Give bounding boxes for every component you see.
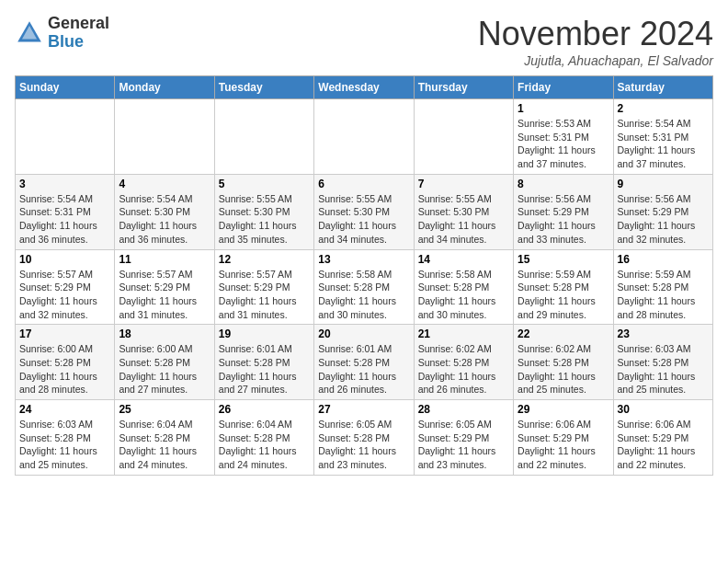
day-info: Sunrise: 6:02 AMSunset: 5:28 PMDaylight:… (518, 342, 609, 396)
day-info: Sunrise: 5:55 AMSunset: 5:30 PMDaylight:… (219, 192, 310, 247)
calendar-week-row: 3Sunrise: 5:54 AMSunset: 5:31 PMDaylight… (16, 174, 713, 249)
day-info: Sunrise: 5:59 AMSunset: 5:28 PMDaylight:… (618, 268, 709, 322)
day-info: Sunrise: 6:05 AMSunset: 5:29 PMDaylight:… (418, 418, 509, 472)
calendar-cell: 9Sunrise: 5:56 AMSunset: 5:29 PMDaylight… (613, 174, 712, 249)
calendar-body: 1Sunrise: 5:53 AMSunset: 5:31 PMDaylight… (16, 99, 713, 476)
day-number: 16 (618, 253, 709, 266)
calendar-cell (314, 99, 414, 175)
day-info: Sunrise: 6:06 AMSunset: 5:29 PMDaylight:… (618, 418, 709, 472)
title-block: November 2024 Jujutla, Ahuachapan, El Sa… (478, 15, 713, 68)
day-number: 29 (518, 403, 609, 416)
calendar-cell: 26Sunrise: 6:04 AMSunset: 5:28 PMDayligh… (214, 400, 313, 476)
day-number: 10 (19, 253, 110, 266)
location: Jujutla, Ahuachapan, El Salvador (478, 53, 713, 68)
calendar-cell: 28Sunrise: 6:05 AMSunset: 5:29 PMDayligh… (414, 400, 513, 476)
day-info: Sunrise: 5:54 AMSunset: 5:30 PMDaylight:… (119, 192, 210, 247)
day-number: 8 (518, 178, 609, 190)
calendar-cell: 18Sunrise: 6:00 AMSunset: 5:28 PMDayligh… (115, 325, 214, 400)
day-info: Sunrise: 5:57 AMSunset: 5:29 PMDaylight:… (219, 268, 310, 322)
calendar-week-row: 10Sunrise: 5:57 AMSunset: 5:29 PMDayligh… (16, 249, 713, 325)
day-number: 1 (518, 102, 609, 115)
calendar-cell: 24Sunrise: 6:03 AMSunset: 5:28 PMDayligh… (16, 400, 115, 476)
weekday-header: Tuesday (214, 76, 313, 99)
day-number: 20 (318, 327, 409, 340)
calendar-cell: 14Sunrise: 5:58 AMSunset: 5:28 PMDayligh… (414, 249, 513, 325)
calendar-header: SundayMondayTuesdayWednesdayThursdayFrid… (16, 76, 713, 99)
day-info: Sunrise: 5:55 AMSunset: 5:30 PMDaylight:… (318, 192, 409, 247)
day-number: 19 (219, 327, 310, 340)
day-number: 24 (19, 403, 110, 416)
day-info: Sunrise: 5:58 AMSunset: 5:28 PMDaylight:… (418, 268, 509, 322)
day-number: 2 (618, 102, 709, 115)
day-number: 22 (518, 327, 609, 340)
calendar-cell: 27Sunrise: 6:05 AMSunset: 5:28 PMDayligh… (314, 400, 414, 476)
day-info: Sunrise: 5:59 AMSunset: 5:28 PMDaylight:… (518, 268, 609, 322)
day-info: Sunrise: 6:02 AMSunset: 5:28 PMDaylight:… (418, 342, 509, 396)
calendar-cell: 7Sunrise: 5:55 AMSunset: 5:30 PMDaylight… (414, 174, 513, 249)
day-number: 28 (418, 403, 509, 416)
calendar-cell: 10Sunrise: 5:57 AMSunset: 5:29 PMDayligh… (16, 249, 115, 325)
calendar-week-row: 1Sunrise: 5:53 AMSunset: 5:31 PMDaylight… (16, 99, 713, 175)
calendar-cell: 8Sunrise: 5:56 AMSunset: 5:29 PMDaylight… (514, 174, 613, 249)
day-number: 11 (119, 253, 210, 266)
day-number: 14 (418, 253, 509, 266)
calendar-cell: 12Sunrise: 5:57 AMSunset: 5:29 PMDayligh… (214, 249, 313, 325)
calendar-cell: 11Sunrise: 5:57 AMSunset: 5:29 PMDayligh… (115, 249, 214, 325)
calendar-cell: 29Sunrise: 6:06 AMSunset: 5:29 PMDayligh… (514, 400, 613, 476)
calendar-cell: 16Sunrise: 5:59 AMSunset: 5:28 PMDayligh… (613, 249, 712, 325)
calendar-week-row: 17Sunrise: 6:00 AMSunset: 5:28 PMDayligh… (16, 325, 713, 400)
day-number: 5 (219, 178, 310, 190)
weekday-header: Wednesday (314, 76, 414, 99)
day-info: Sunrise: 5:56 AMSunset: 5:29 PMDaylight:… (518, 192, 609, 247)
day-info: Sunrise: 5:53 AMSunset: 5:31 PMDaylight:… (518, 117, 609, 171)
day-number: 26 (219, 403, 310, 416)
day-info: Sunrise: 6:04 AMSunset: 5:28 PMDaylight:… (219, 418, 310, 472)
logo-text: General Blue (48, 15, 109, 52)
calendar-cell: 3Sunrise: 5:54 AMSunset: 5:31 PMDaylight… (16, 174, 115, 249)
weekday-header: Sunday (16, 76, 115, 99)
weekday-header: Friday (514, 76, 613, 99)
calendar-cell: 17Sunrise: 6:00 AMSunset: 5:28 PMDayligh… (16, 325, 115, 400)
day-number: 3 (19, 178, 110, 190)
day-info: Sunrise: 6:03 AMSunset: 5:28 PMDaylight:… (19, 418, 110, 472)
day-number: 6 (318, 178, 409, 190)
day-number: 15 (518, 253, 609, 266)
calendar-cell: 23Sunrise: 6:03 AMSunset: 5:28 PMDayligh… (613, 325, 712, 400)
day-number: 13 (318, 253, 409, 266)
day-info: Sunrise: 6:05 AMSunset: 5:28 PMDaylight:… (318, 418, 409, 472)
calendar-cell: 30Sunrise: 6:06 AMSunset: 5:29 PMDayligh… (613, 400, 712, 476)
day-info: Sunrise: 5:56 AMSunset: 5:29 PMDaylight:… (618, 192, 709, 247)
day-number: 23 (618, 327, 709, 340)
calendar-cell (414, 99, 513, 175)
day-info: Sunrise: 6:03 AMSunset: 5:28 PMDaylight:… (618, 342, 709, 396)
day-info: Sunrise: 5:57 AMSunset: 5:29 PMDaylight:… (119, 268, 210, 322)
day-number: 18 (119, 327, 210, 340)
day-info: Sunrise: 6:04 AMSunset: 5:28 PMDaylight:… (119, 418, 210, 472)
calendar-cell: 20Sunrise: 6:01 AMSunset: 5:28 PMDayligh… (314, 325, 414, 400)
day-info: Sunrise: 6:06 AMSunset: 5:29 PMDaylight:… (518, 418, 609, 472)
day-number: 9 (618, 178, 709, 190)
logo-icon (15, 18, 44, 48)
day-number: 17 (19, 327, 110, 340)
day-info: Sunrise: 5:58 AMSunset: 5:28 PMDaylight:… (318, 268, 409, 322)
calendar-cell: 6Sunrise: 5:55 AMSunset: 5:30 PMDaylight… (314, 174, 414, 249)
calendar-cell: 22Sunrise: 6:02 AMSunset: 5:28 PMDayligh… (514, 325, 613, 400)
day-number: 12 (219, 253, 310, 266)
weekday-header: Monday (115, 76, 214, 99)
day-number: 25 (119, 403, 210, 416)
day-number: 4 (119, 178, 210, 190)
weekday-header: Saturday (613, 76, 712, 99)
day-info: Sunrise: 6:01 AMSunset: 5:28 PMDaylight:… (219, 342, 310, 396)
calendar-cell: 1Sunrise: 5:53 AMSunset: 5:31 PMDaylight… (514, 99, 613, 175)
calendar-week-row: 24Sunrise: 6:03 AMSunset: 5:28 PMDayligh… (16, 400, 713, 476)
day-info: Sunrise: 6:00 AMSunset: 5:28 PMDaylight:… (19, 342, 110, 396)
calendar-cell: 4Sunrise: 5:54 AMSunset: 5:30 PMDaylight… (115, 174, 214, 249)
month-title: November 2024 (478, 15, 713, 53)
day-info: Sunrise: 5:57 AMSunset: 5:29 PMDaylight:… (19, 268, 110, 322)
calendar-cell (115, 99, 214, 175)
calendar-cell: 5Sunrise: 5:55 AMSunset: 5:30 PMDaylight… (214, 174, 313, 249)
day-number: 27 (318, 403, 409, 416)
day-info: Sunrise: 5:55 AMSunset: 5:30 PMDaylight:… (418, 192, 509, 247)
day-info: Sunrise: 5:54 AMSunset: 5:31 PMDaylight:… (618, 117, 709, 171)
calendar-table: SundayMondayTuesdayWednesdayThursdayFrid… (15, 75, 713, 476)
